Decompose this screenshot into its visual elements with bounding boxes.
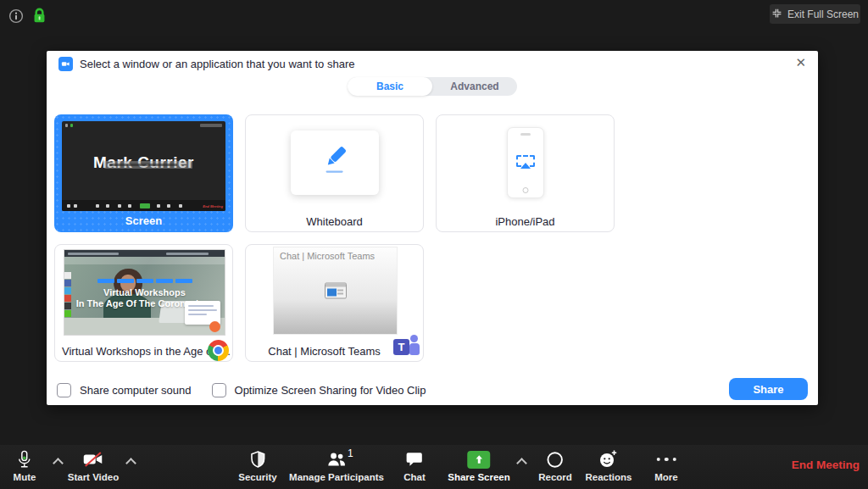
tile-whiteboard[interactable]: Whiteboard	[245, 114, 424, 232]
info-icon[interactable]	[8, 8, 24, 27]
window-icon	[325, 283, 347, 299]
exit-full-screen-button[interactable]: Exit Full Screen	[770, 4, 860, 24]
share-options-chevron[interactable]	[516, 458, 527, 469]
share-screen-button[interactable]: Share Screen	[448, 449, 510, 482]
share-button[interactable]: Share	[729, 378, 808, 400]
chat-button[interactable]: Chat	[403, 449, 426, 482]
zoom-camera-icon	[58, 57, 73, 71]
tile-chrome-window[interactable]: Virtual Workshops In The Age Of The Coro…	[54, 244, 233, 362]
tile-whiteboard-label: Whiteboard	[246, 215, 423, 228]
encryption-lock-icon[interactable]	[32, 7, 47, 28]
airplay-icon	[516, 155, 535, 167]
share-sound-label: Share computer sound	[80, 384, 192, 397]
share-screen-label: Share Screen	[448, 472, 510, 482]
preview-lock-icon	[70, 124, 73, 127]
share-sound-checkbox[interactable]	[57, 383, 71, 397]
preview-info-icon	[65, 124, 68, 127]
mute-button[interactable]: Mute	[14, 449, 36, 482]
chat-widget-button	[209, 321, 220, 332]
basic-advanced-tabs: Basic Advanced	[348, 77, 517, 96]
smiley-plus-icon	[598, 449, 619, 470]
dialog-title: Select a window or an application that y…	[58, 57, 354, 71]
participants-icon: 1	[326, 449, 348, 470]
microphone-icon	[15, 449, 34, 470]
start-video-button[interactable]: Start Video	[68, 449, 120, 482]
tab-advanced[interactable]: Advanced	[432, 77, 517, 96]
manage-participants-button[interactable]: 1 Manage Participants	[289, 449, 384, 482]
close-icon[interactable]: ✕	[795, 56, 806, 69]
share-select-dialog: Select a window or an application that y…	[47, 51, 818, 405]
tile-iphone-label: iPhone/iPad	[437, 215, 614, 228]
share-screen-icon	[467, 449, 490, 470]
meeting-toolbar: Mute Start Video Security 1 Manage Parti…	[0, 445, 868, 489]
shield-icon	[248, 449, 267, 470]
tile-teams-window[interactable]: Chat | Microsoft Teams Chat | Microsoft …	[245, 244, 424, 362]
mute-options-chevron[interactable]	[53, 458, 64, 469]
optimize-video-checkbox[interactable]	[212, 383, 226, 397]
mute-label: Mute	[14, 472, 36, 482]
more-label: More	[654, 472, 677, 482]
preview-nav-buttons	[64, 279, 225, 283]
video-camera-off-icon	[82, 449, 104, 470]
tab-basic[interactable]: Basic	[348, 77, 432, 96]
whiteboard-card	[291, 131, 379, 195]
exit-full-screen-label: Exit Full Screen	[787, 8, 859, 20]
exit-full-screen-icon	[771, 8, 782, 21]
preview-share-button	[140, 203, 150, 208]
tile-screen-label: Screen	[54, 214, 233, 227]
teams-preview-title: Chat | Microsoft Teams	[280, 251, 375, 261]
chat-bubble-icon	[405, 449, 425, 470]
preview-end-meeting: End Meeting	[203, 204, 223, 208]
preview-overlay-bar	[104, 161, 192, 169]
optimize-video-label: Optimize Screen Sharing for Video Clip	[235, 384, 426, 397]
chat-label: Chat	[403, 472, 426, 482]
dialog-title-text: Select a window or an application that y…	[80, 58, 354, 70]
teams-window-preview: Chat | Microsoft Teams	[274, 247, 397, 334]
tile-chrome-label: Virtual Workshops in the Age of t...	[62, 345, 231, 358]
security-label: Security	[238, 472, 276, 482]
share-options: Share computer sound Optimize Screen Sha…	[57, 383, 426, 397]
preview-exit-fullscreen	[200, 124, 222, 127]
screen-preview: Mark Currier End Meeting	[62, 121, 225, 211]
tile-iphone-ipad[interactable]: iPhone/iPad	[436, 114, 615, 232]
share-computer-sound-option[interactable]: Share computer sound	[57, 383, 192, 397]
start-video-label: Start Video	[68, 472, 120, 482]
more-button[interactable]: More	[654, 449, 679, 482]
preview-toolbar: End Meeting	[62, 200, 225, 211]
meeting-status-icons	[8, 7, 47, 28]
participant-count-badge: 1	[348, 447, 353, 459]
phone-outline-icon	[507, 127, 544, 198]
preview-headline: Virtual Workshops	[64, 287, 225, 297]
security-button[interactable]: Security	[238, 449, 276, 482]
reactions-label: Reactions	[586, 472, 632, 482]
tile-screen[interactable]: Mark Currier End Meeting Screen	[54, 114, 233, 232]
optimize-video-option[interactable]: Optimize Screen Sharing for Video Clip	[212, 383, 426, 397]
manage-participants-label: Manage Participants	[289, 472, 384, 482]
teams-icon: T	[393, 335, 420, 358]
record-button[interactable]: Record	[538, 449, 572, 482]
record-label: Record	[538, 472, 572, 482]
end-meeting-button[interactable]: End Meeting	[792, 458, 860, 471]
ellipsis-icon	[654, 449, 679, 470]
record-icon	[546, 449, 565, 470]
chrome-window-preview: Virtual Workshops In The Age Of The Coro…	[64, 249, 225, 336]
reactions-button[interactable]: Reactions	[586, 449, 632, 482]
video-options-chevron[interactable]	[125, 458, 136, 469]
pen-icon	[317, 143, 353, 182]
